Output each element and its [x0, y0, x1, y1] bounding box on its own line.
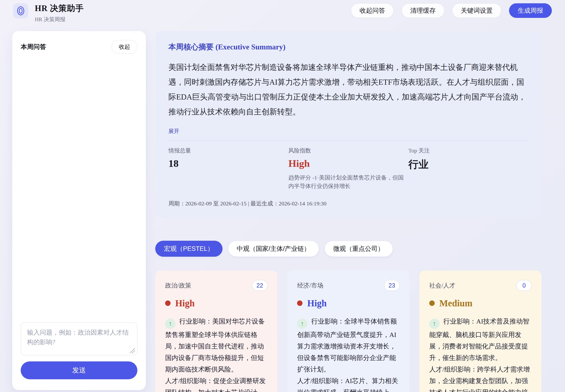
- risk-dot-icon: [165, 300, 171, 306]
- count-badge: 0: [517, 280, 532, 291]
- clear-cache-button[interactable]: 清理缓存: [401, 3, 444, 18]
- industry-impact-text: 行业影响：美国对华芯片设备禁售将重塑全球半导体供应链格局，加速中国自主替代进程，…: [165, 318, 265, 373]
- card-category-label: 社会/人才: [429, 281, 455, 290]
- pestel-cards: 政治/政策 22 High ↑行业影响：美国对华芯片设备禁售将重塑全球半导体供应…: [155, 271, 541, 392]
- arrow-up-icon: ↑: [165, 319, 176, 329]
- app-logo: [13, 3, 28, 18]
- app-header: HR 决策助手 HR 决策周报 收起问答 清理缓存 关键词设置 生成周报: [0, 0, 565, 23]
- page-title: HR 决策助手: [35, 3, 84, 14]
- tab-meso[interactable]: 中观（国家/主体/产业链）: [228, 241, 319, 257]
- stat-top-focus-value: 行业: [408, 158, 528, 171]
- double-ring-icon: [17, 6, 24, 15]
- report-period-meta: 周期：2026-02-09 至 2026-02-15 | 最近生成：2026-0…: [168, 200, 528, 207]
- talent-impact-text: 人才/组织影响：促使企业调整研发团队结构，加大对本土芯片设计、制造人才的培养和引…: [165, 375, 267, 392]
- qa-empty-area: [21, 54, 137, 322]
- arrow-up-icon: ↑: [297, 319, 307, 329]
- count-badge: 22: [252, 280, 268, 291]
- question-input[interactable]: [21, 322, 137, 355]
- risk-level-label: High: [307, 298, 327, 308]
- industry-impact-text: 行业影响：AI技术普及推动智能穿戴、脑机接口等新兴应用发展，消费者对智能化产品接…: [429, 318, 529, 361]
- sidebar-title: 本周问答: [21, 42, 46, 51]
- card-politics-policy: 政治/政策 22 High ↑行业影响：美国对华芯片设备禁售将重塑全球半导体供应…: [155, 271, 277, 392]
- summary-body: 美国计划全面禁售对华芯片制造设备将加速全球半导体产业链重构，推动中国本土设备厂商…: [168, 60, 528, 119]
- sidebar-collapse-button[interactable]: 收起: [111, 40, 137, 54]
- executive-summary-card: 本周核心摘要 (Executive Summary) 美国计划全面禁售对华芯片制…: [155, 31, 541, 218]
- tab-micro[interactable]: 微观（重点公司）: [325, 241, 393, 257]
- stat-top-focus: Top 关注 行业: [408, 147, 528, 190]
- talent-impact-text: 人才/组织影响：AI芯片、算力相关岗位需求旺盛，薪酬水平持续上涨，企业需优化薪酬…: [297, 375, 400, 392]
- expand-link[interactable]: 展开: [168, 127, 179, 135]
- brand: HR 决策助手 HR 决策周报: [13, 3, 84, 23]
- risk-level-label: High: [175, 298, 194, 308]
- card-category-label: 政治/政策: [165, 281, 191, 290]
- header-actions: 收起问答 清理缓存 关键词设置 生成周报: [351, 3, 552, 18]
- risk-dot-icon: [297, 300, 303, 306]
- summary-title: 本周核心摘要 (Executive Summary): [168, 42, 528, 52]
- risk-dot-icon: [429, 300, 435, 306]
- risk-level-label: Medium: [439, 298, 473, 308]
- send-button[interactable]: 发送: [21, 361, 137, 379]
- generate-report-button[interactable]: 生成周报: [509, 3, 552, 18]
- stat-intel-total: 情报总量 18: [168, 147, 288, 190]
- qa-sidebar: 本周问答 收起 发送: [12, 31, 146, 390]
- main-layout: 本周问答 收起 发送 本周核心摘要 (Executive Summary) 美国…: [0, 23, 565, 392]
- card-economy-market: 经济/市场 23 High ↑行业影响：全球半导体销售额创新高带动产业链景气度提…: [287, 271, 409, 392]
- stat-risk-index: 风险指数 High 趋势评分 -1·美国计划全面禁售芯片设备，但国内半导体行业仍…: [288, 147, 408, 190]
- resize-handle-icon[interactable]: [130, 348, 135, 353]
- stat-risk-note: 趋势评分 -1·美国计划全面禁售芯片设备，但国内半导体行业仍保持增长: [288, 173, 407, 190]
- level-tabs: 宏观（PESTEL） 中观（国家/主体/产业链） 微观（重点公司）: [155, 241, 541, 257]
- card-category-label: 经济/市场: [297, 281, 323, 290]
- stat-risk-value: High: [288, 158, 408, 169]
- count-badge: 23: [384, 280, 400, 291]
- keyword-settings-button[interactable]: 关键词设置: [452, 3, 501, 18]
- page-subtitle: HR 决策周报: [35, 16, 84, 23]
- card-society-talent: 社会/人才 0 Medium ↑行业影响：AI技术普及推动智能穿戴、脑机接口等新…: [419, 271, 541, 392]
- main-content: 本周核心摘要 (Executive Summary) 美国计划全面禁售对华芯片制…: [155, 31, 541, 392]
- arrow-up-icon: ↑: [429, 319, 440, 329]
- summary-stats: 情报总量 18 风险指数 High 趋势评分 -1·美国计划全面禁售芯片设备，但…: [168, 147, 528, 190]
- collapse-qa-button[interactable]: 收起问答: [351, 3, 394, 18]
- stat-intel-total-value: 18: [168, 158, 288, 169]
- industry-impact-text: 行业影响：全球半导体销售额创新高带动产业链景气度提升，AI算力需求激增推动资本开…: [297, 318, 397, 373]
- summary-divider: [168, 140, 528, 141]
- talent-impact-text: 人才/组织影响：跨学科人才需求增加，企业需构建复合型团队，加强技术人才与行业应用…: [429, 364, 532, 392]
- tab-macro-pestel[interactable]: 宏观（PESTEL）: [155, 241, 222, 257]
